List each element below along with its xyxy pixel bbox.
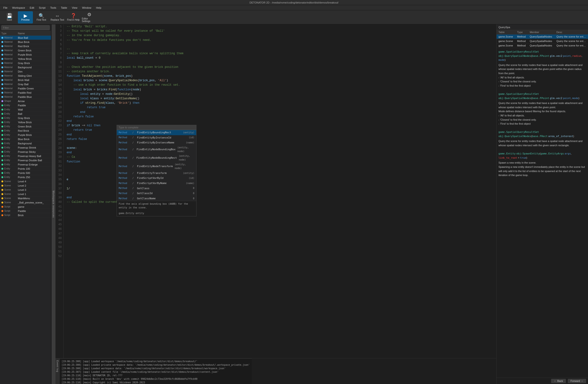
autocomplete-item[interactable]: Method/FindEntityNodeBoundingBox(entity,…	[117, 145, 196, 154]
list-item[interactable]: MaterialGray Ball	[0, 82, 51, 86]
type-dot	[1, 88, 3, 89]
cell-type: Entity	[0, 129, 17, 132]
autocomplete-item[interactable]: Method/FindEntityNodeBoundingRect(entity…	[117, 154, 196, 162]
editor-settings-button[interactable]: ⚙Editor Settings	[82, 11, 97, 23]
cell-name: Level 2	[17, 184, 51, 188]
list-item[interactable]: MaterialPurple Brick	[0, 53, 51, 57]
menu-help[interactable]: Help	[94, 6, 103, 10]
menu-window[interactable]: Window	[80, 6, 93, 10]
list-item[interactable]: SceneMainMenu	[0, 196, 51, 200]
doc-desc-2: Query the scene for entity nodes that ha…	[499, 101, 586, 126]
cell-name: Gray Ball	[17, 82, 51, 86]
preview-button[interactable]: ▶Preview	[18, 11, 33, 23]
list-item[interactable]: EntityWall	[0, 108, 51, 112]
list-item[interactable]: MaterialPaddle Green	[0, 86, 51, 91]
ac-item-type: Method	[119, 148, 130, 151]
cell-name: Purple Brick	[17, 133, 51, 137]
list-item[interactable]: EntityYellow Brick	[0, 120, 51, 124]
autocomplete-item[interactable]: Method/FindEntityTransform(entity)	[117, 171, 196, 176]
autocomplete-item[interactable]: Method/FindScriptVarById(id)	[117, 175, 196, 181]
table-row[interactable]: game.SceneMethodQuerySpatialNodesQuery t…	[497, 35, 588, 39]
list-item[interactable]: EntityPaddle	[0, 103, 51, 108]
list-item[interactable]: EntityBall	[0, 112, 51, 116]
menu-view[interactable]: View	[70, 6, 80, 10]
list-item[interactable]: EntityBlue Brick	[0, 137, 51, 141]
autocomplete-item[interactable]: Method/FindEntityBoundingRect(entity)	[117, 130, 196, 135]
list-item[interactable]: EntityPowerup Double Ball	[0, 158, 51, 162]
find-in-help-button[interactable]: ❓Find in Help	[66, 11, 81, 23]
cell-name: Red Brick	[17, 129, 51, 133]
autocomplete-item[interactable]: Method/FindEntityNodeTransform(entity, n…	[117, 162, 196, 171]
list-item[interactable]: SceneLevel 2	[0, 184, 51, 188]
find-text-button[interactable]: 🔍Find Text	[34, 11, 49, 23]
list-item[interactable]: SceneLevel 1	[0, 192, 51, 196]
table-row[interactable]: game.SceneMethodQuerySpatialNodesQuery t…	[497, 39, 588, 43]
list-item[interactable]: MaterialRed Brick	[0, 44, 51, 48]
editor-content[interactable]: 1234567891011121314151617181920212223242…	[55, 24, 496, 358]
list-item[interactable]: SceneLevel 3	[0, 188, 51, 192]
list-item[interactable]: MaterialYellow Brick	[0, 57, 51, 61]
autocomplete-item[interactable]: Method/GetClassName0	[117, 196, 196, 201]
menu-script[interactable]: Script	[37, 6, 47, 10]
list-item[interactable]: EntityPoints 250	[0, 175, 51, 179]
menu-edit[interactable]: Edit	[28, 6, 36, 10]
list-item[interactable]: MaterialBrick Wall	[0, 78, 51, 82]
menu-workspace[interactable]: Workspace	[10, 6, 27, 10]
list-item[interactable]: MaterialBlue Ball	[0, 36, 51, 40]
list-item[interactable]: SceneLevel 4	[0, 179, 51, 184]
list-item[interactable]: ScriptPaddle	[0, 209, 51, 213]
table-row[interactable]: game.SceneMethodQuerySpatialNodesQuery t…	[497, 43, 588, 48]
list-item[interactable]: ScriptBrick	[0, 213, 51, 217]
list-item[interactable]: EntityPoints 500	[0, 171, 51, 175]
autocomplete-input[interactable]	[117, 125, 196, 130]
cell-name: Powerup Double Ball	[17, 158, 51, 162]
list-item[interactable]: EntityPoints 100	[0, 167, 51, 171]
list-item[interactable]: EntityPowerup Enlarge	[0, 162, 51, 167]
workspace-resources-tab[interactable]: Workspace resources	[51, 24, 55, 384]
list-item[interactable]: EntityGreen Brick	[0, 124, 51, 129]
list-item[interactable]: MaterialPaddle Red	[0, 91, 51, 95]
list-item[interactable]: EntityPowerup Sticky	[0, 150, 51, 154]
menu-table[interactable]: Table	[59, 6, 69, 10]
list-item[interactable]: MaterialDim	[0, 70, 51, 74]
autocomplete-item[interactable]: Method/FindScriptVarByName(name)	[117, 181, 196, 186]
list-item[interactable]: EntityPowerup Shrink	[0, 146, 51, 150]
sidebar: Type Name MaterialBlue BallMaterialBlue …	[0, 24, 51, 384]
search-input[interactable]	[1, 25, 50, 30]
type-dot	[1, 50, 3, 51]
back-button[interactable]: ← Back	[551, 379, 566, 383]
list-item[interactable]: MaterialGray Brick	[0, 61, 51, 65]
autocomplete-item[interactable]: Method/FindEntityByInstanceName(name)	[117, 140, 196, 145]
menu-file[interactable]: File	[1, 6, 9, 10]
list-item[interactable]: ShapeArrow	[0, 99, 51, 103]
ac-item-type: Method	[119, 197, 130, 200]
list-item[interactable]: EntityRed Brick	[0, 129, 51, 133]
list-item[interactable]: MaterialGreen Brick	[0, 48, 51, 53]
table-cell: game.Scene	[497, 43, 515, 48]
event-log-tab[interactable]: Event log	[55, 358, 60, 384]
save-button[interactable]: 💾Save	[2, 11, 17, 23]
replace-text-icon: ↔	[55, 13, 60, 18]
autocomplete-item[interactable]: Method/FindEntityByInstanceId(id)	[117, 135, 196, 140]
list-item[interactable]: EntityGray Brick	[0, 116, 51, 120]
list-item[interactable]: EntityPowerup Heavy Ball	[0, 154, 51, 158]
ac-item-params: (id)	[189, 176, 194, 180]
type-dot	[1, 41, 3, 43]
menu-tools[interactable]: Tools	[48, 6, 58, 10]
ac-item-icon: /	[132, 186, 135, 190]
list-item[interactable]: MaterialSliding Glint	[0, 74, 51, 78]
type-dot	[1, 62, 3, 64]
forward-button[interactable]: Forward →	[568, 379, 586, 383]
list-item[interactable]: MaterialBlue Brick	[0, 40, 51, 44]
autocomplete-item[interactable]: Method/GetClassId0	[117, 191, 196, 196]
list-item[interactable]: EntityBackground	[0, 141, 51, 146]
cell-type: Material	[0, 82, 17, 86]
list-item[interactable]: EntityPurple Brick	[0, 133, 51, 137]
list-item[interactable]: Scene_Ball_preview_scene_	[0, 200, 51, 205]
list-item[interactable]: MaterialBackground	[0, 65, 51, 70]
list-item[interactable]: Scriptgame	[0, 205, 51, 209]
type-dot	[1, 134, 3, 136]
list-item[interactable]: MaterialPaddle Blue	[0, 95, 51, 99]
replace-text-button[interactable]: ↔Replace Text	[50, 11, 65, 23]
autocomplete-item[interactable]: Method/GetClass0	[117, 186, 196, 191]
